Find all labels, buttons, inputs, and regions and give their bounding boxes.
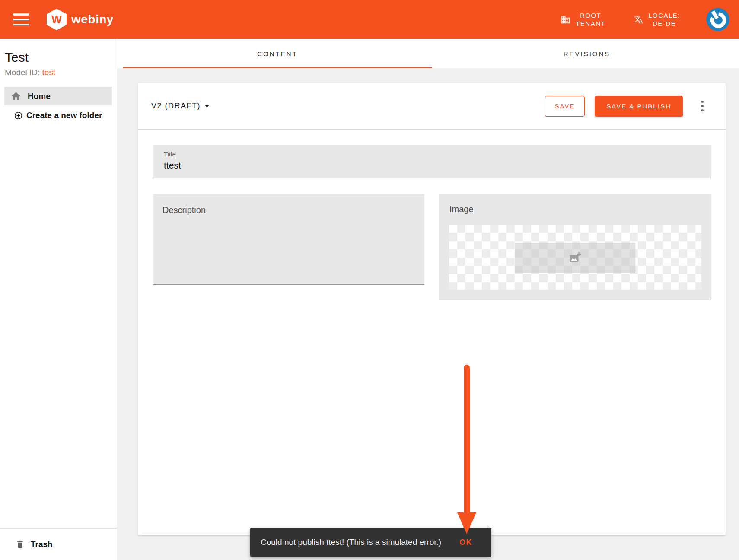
model-id: Model ID: test [5, 68, 117, 77]
snackbar-ok-button[interactable]: OK [459, 538, 472, 547]
image-upload-dropzone[interactable] [515, 243, 635, 273]
tenant-label: ROOT TENANT [576, 11, 605, 28]
caret-down-icon [205, 105, 209, 108]
title-field-value[interactable]: ttest [164, 160, 181, 171]
tab-content[interactable]: CONTENT [123, 39, 432, 68]
trash-label: Trash [31, 540, 53, 549]
tab-revisions[interactable]: REVISIONS [432, 39, 739, 68]
building-icon [561, 15, 570, 25]
trash-button[interactable]: Trash [0, 528, 117, 560]
tabs: CONTENT REVISIONS [123, 39, 739, 68]
sidebar-item-home[interactable]: Home [4, 87, 112, 105]
webiny-logo[interactable]: W webiny [47, 9, 114, 30]
webiny-admin-screen: W webiny ROOT TENANT LOCALE: [0, 0, 739, 560]
sidebar-item-home-label: Home [28, 92, 51, 101]
description-field[interactable]: Description [153, 194, 424, 285]
error-snackbar: Could not publish ttest! (This is a simu… [250, 528, 491, 557]
title-field-label: Title [164, 150, 176, 158]
menu-icon[interactable] [13, 13, 29, 25]
kebab-icon [701, 101, 704, 103]
image-field: Image [439, 194, 711, 300]
snackbar-message: Could not publish ttest! (This is a simu… [261, 538, 441, 547]
locale-label: LOCALE: DE-DE [648, 11, 680, 28]
app-bar-right: ROOT TENANT LOCALE: DE-DE [561, 8, 739, 31]
svg-text:W: W [51, 13, 62, 25]
home-icon [10, 91, 22, 102]
circle-plus-icon [14, 111, 22, 120]
entry-editor-card: V2 (DRAFT) SAVE SAVE & PUBLISH Title tte… [138, 83, 726, 535]
description-field-label: Description [162, 205, 206, 215]
translate-icon [634, 15, 643, 24]
active-tab-indicator [123, 67, 432, 68]
title-field[interactable]: Title ttest [153, 145, 711, 178]
model-title: Test [5, 50, 117, 65]
create-folder-button[interactable]: Create a new folder [14, 111, 102, 120]
tab-revisions-label: REVISIONS [564, 50, 611, 57]
sidebar: Test Model ID: test Home Create a new fo… [0, 39, 117, 560]
create-folder-label: Create a new folder [26, 111, 102, 120]
trash-icon [16, 540, 25, 549]
image-plus-icon [569, 251, 582, 264]
version-dropdown[interactable]: V2 (DRAFT) [151, 102, 209, 111]
entry-card-header: V2 (DRAFT) SAVE SAVE & PUBLISH [138, 83, 726, 130]
app-bar: W webiny ROOT TENANT LOCALE: [0, 0, 739, 39]
save-button[interactable]: SAVE [545, 96, 585, 117]
user-avatar[interactable] [706, 8, 729, 31]
webiny-hexagon-icon: W [47, 9, 67, 30]
locale-selector[interactable]: LOCALE: DE-DE [634, 11, 680, 28]
model-id-value[interactable]: test [42, 68, 56, 77]
model-id-label: Model ID: [5, 68, 40, 77]
save-publish-button[interactable]: SAVE & PUBLISH [595, 96, 683, 117]
tab-bar: CONTENT REVISIONS [117, 39, 739, 68]
image-transparency-canvas [449, 225, 701, 290]
tenant-selector[interactable]: ROOT TENANT [561, 11, 605, 28]
brand-name: webiny [71, 13, 114, 26]
version-label: V2 (DRAFT) [151, 102, 201, 111]
tab-content-label: CONTENT [257, 50, 298, 57]
more-options-button[interactable] [692, 96, 713, 117]
image-field-label: Image [449, 204, 474, 214]
